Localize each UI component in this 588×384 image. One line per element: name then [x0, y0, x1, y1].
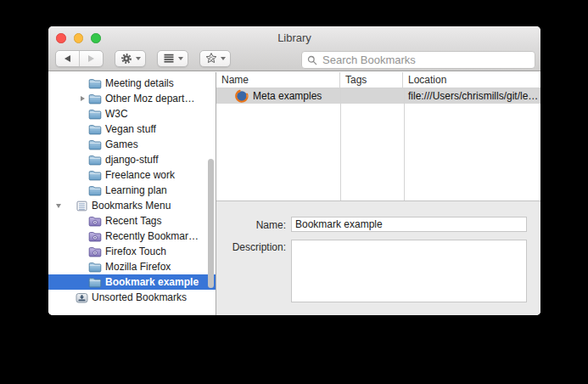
bookmarks-main-panel: Name Tags Location Meta examplesfile:///…: [216, 72, 540, 315]
sidebar-item-label: Games: [105, 138, 138, 150]
search-input[interactable]: [321, 53, 529, 67]
forward-button[interactable]: [79, 51, 103, 66]
column-header-name[interactable]: Name: [216, 72, 340, 88]
back-arrow-icon: [64, 55, 70, 62]
sidebar-item-w3c[interactable]: W3C: [48, 106, 216, 121]
bookmark-location: file:///Users/chrismills/git/le…: [404, 88, 540, 104]
sidebar-item-django-stuff[interactable]: django-stuff: [48, 152, 216, 167]
sidebar-item-label: Recent Tags: [105, 215, 162, 227]
disclosure-triangle-expanded-icon[interactable]: [53, 204, 64, 208]
sidebar-item-label: Unsorted Bookmarks: [92, 291, 187, 303]
sidebar-item-recently-bookmar[interactable]: Recently Bookmar…: [48, 229, 216, 244]
forward-arrow-icon: [88, 55, 94, 62]
sidebar-item-label: Firefox Touch: [105, 246, 166, 257]
bookmark-row-meta-examples[interactable]: Meta examplesfile:///Users/chrismills/gi…: [216, 88, 540, 104]
firefox-icon: [235, 89, 249, 103]
sidebar-item-label: Recently Bookmar…: [105, 230, 199, 242]
star-sync-icon: [204, 52, 218, 65]
sidebar-item-unsorted-bookmarks[interactable]: Unsorted Bookmarks: [48, 290, 216, 305]
column-divider: [404, 88, 405, 200]
sidebar-tree: Meeting detailsOther Moz depart…W3CVegan…: [48, 76, 216, 305]
folder-icon: [88, 184, 102, 196]
sidebar-item-label: Other Moz depart…: [105, 93, 194, 104]
folder-icon: [88, 169, 102, 181]
folder-icon: [88, 77, 102, 89]
smart-folder-icon: [88, 215, 102, 227]
column-header-tags[interactable]: Tags: [340, 72, 403, 88]
sidebar-item-learning-plan[interactable]: Learning plan: [48, 183, 216, 198]
sidebar-item-bookmarks-menu[interactable]: Bookmarks Menu: [48, 198, 216, 213]
sidebar-item-label: Vegan stuff: [105, 123, 156, 135]
import-backup-menu-button[interactable]: [199, 50, 231, 67]
gear-icon: [120, 52, 133, 65]
column-header-location[interactable]: Location: [403, 72, 540, 88]
unsorted-tray-icon: [75, 291, 88, 303]
sidebar-scrollbar-thumb[interactable]: [208, 159, 214, 288]
column-divider: [340, 88, 341, 200]
views-menu-button[interactable]: [157, 50, 188, 67]
sidebar-item-games[interactable]: Games: [48, 137, 216, 152]
bookmark-name: Meta examples: [253, 90, 322, 102]
folder-icon: [88, 123, 102, 135]
smart-folder-icon: [88, 230, 102, 242]
bookmark-details-pane: Name: Description:: [216, 200, 540, 315]
actions-menu-button[interactable]: [115, 50, 146, 67]
chevron-down-icon: [178, 57, 183, 60]
window-content: Meeting detailsOther Moz depart…W3CVegan…: [48, 72, 540, 315]
chevron-down-icon: [136, 57, 141, 60]
description-field-label: Description:: [216, 241, 286, 253]
name-field-label: Name:: [216, 219, 286, 231]
window-header: Library: [48, 26, 540, 71]
bookmarks-menu-icon: [75, 200, 88, 212]
bookmarks-list: Meta examplesfile:///Users/chrismills/gi…: [216, 88, 540, 200]
sidebar-item-label: Learning plan: [105, 184, 167, 196]
sidebar-item-label: Meeting details: [105, 77, 174, 89]
smart-folder-icon: [88, 246, 102, 257]
sidebar-item-label: Freelance work: [105, 169, 175, 181]
window-title: Library: [48, 31, 540, 44]
folder-icon: [88, 276, 102, 288]
folder-icon: [88, 154, 102, 166]
folder-icon: [88, 108, 102, 120]
folder-icon: [88, 93, 102, 104]
folder-icon: [88, 261, 102, 273]
sidebar-item-bookmark-example[interactable]: Bookmark example: [48, 274, 216, 290]
name-field[interactable]: [291, 217, 527, 232]
search-field: [301, 51, 535, 69]
bookmarks-sidebar: Meeting detailsOther Moz depart…W3CVegan…: [48, 72, 216, 315]
back-button[interactable]: [56, 51, 79, 66]
chevron-down-icon: [221, 57, 226, 60]
sidebar-item-label: Bookmarks Menu: [92, 200, 171, 212]
sidebar-item-label: W3C: [105, 108, 128, 120]
sidebar-item-label: Bookmark example: [105, 276, 199, 288]
sidebar-item-label: Mozilla Firefox: [105, 261, 171, 273]
folder-icon: [88, 138, 102, 150]
sidebar-item-freelance-work[interactable]: Freelance work: [48, 167, 216, 183]
history-nav-group: [55, 50, 104, 67]
library-window: Library Meeting detailsOther Moz depart……: [48, 26, 540, 315]
sidebar-item-recent-tags[interactable]: Recent Tags: [48, 213, 216, 229]
sidebar-item-mozilla-firefox[interactable]: Mozilla Firefox: [48, 259, 216, 274]
list-column-headers: Name Tags Location: [216, 72, 540, 88]
sidebar-item-vegan-stuff[interactable]: Vegan stuff: [48, 121, 216, 137]
sidebar-item-other-moz-depart[interactable]: Other Moz depart…: [48, 91, 216, 106]
sidebar-item-label: django-stuff: [105, 154, 159, 166]
list-view-icon: [162, 52, 176, 65]
bookmark-tags: [340, 88, 404, 104]
description-field[interactable]: [291, 240, 527, 302]
search-icon: [307, 55, 317, 65]
disclosure-triangle-collapsed-icon[interactable]: [76, 96, 88, 101]
sidebar-item-meeting-details[interactable]: Meeting details: [48, 76, 216, 91]
sidebar-item-firefox-touch[interactable]: Firefox Touch: [48, 244, 216, 259]
